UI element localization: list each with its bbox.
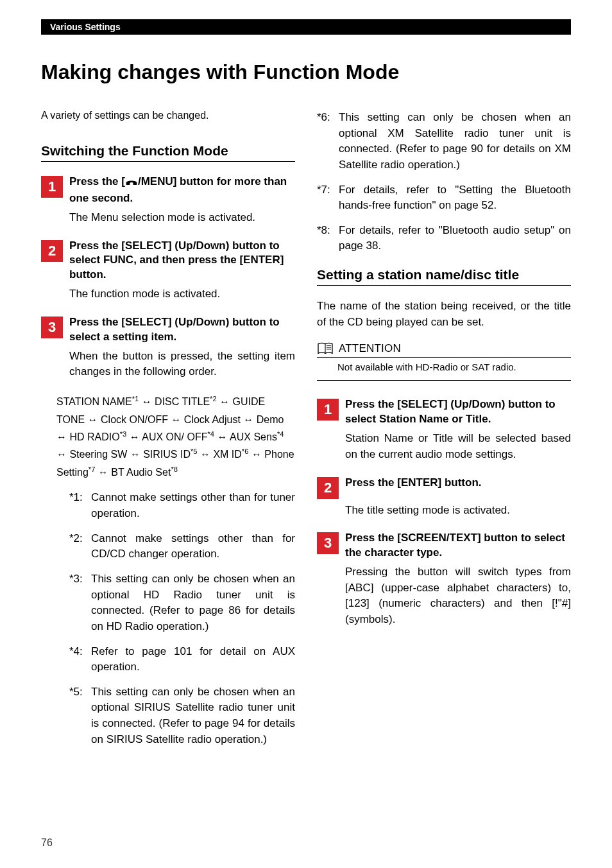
step-number: 1 xyxy=(317,399,339,421)
phone-icon xyxy=(125,177,138,191)
step-3-right: 3 Press the [SCREEN/TEXT] button to sele… xyxy=(317,531,571,560)
setting-sequence: STATION NAME*1 ↔ DISC TITLE*2 ↔ GUIDE TO… xyxy=(56,393,295,481)
step-3: 3 Press the [SELECT] (Up/Down) button to… xyxy=(41,315,295,345)
footnote-1: *1: Cannot make settings other than for … xyxy=(69,490,295,521)
seq-text: ↔ BT Audio Set xyxy=(95,467,171,478)
footnotes-right: *6: This setting can only be chosen when… xyxy=(317,110,571,254)
step-body: The function mode is activated. xyxy=(69,286,295,302)
seq-sup: *7 xyxy=(89,465,96,473)
seq-sup: *1 xyxy=(132,395,139,403)
seq-text: ↔ DISC TITLE xyxy=(139,396,210,407)
step-body: When the button is pressed, the setting … xyxy=(69,349,295,380)
step-title: Press the [ENTER] button. xyxy=(345,476,482,490)
step-body: Pressing the button will switch types fr… xyxy=(345,564,571,628)
left-column: A variety of settings can be changed. Sw… xyxy=(41,110,295,756)
attention-label: ATTENTION xyxy=(339,342,401,355)
footnote-label: *6: xyxy=(317,110,339,173)
step-body: Station Name or Title will be selected b… xyxy=(345,431,571,462)
footnote-text: Cannot make settings other than for CD/C… xyxy=(91,531,295,562)
footnote-8: *8: For details, refer to "Bluetooth aud… xyxy=(317,223,571,254)
seq-sup: *6 xyxy=(242,447,249,455)
seq-sup: *4 xyxy=(207,430,214,438)
intro-text: A variety of settings can be changed. xyxy=(41,110,295,121)
step-body: The Menu selection mode is activated. xyxy=(69,210,295,226)
footnote-5: *5: This setting can only be chosen when… xyxy=(69,684,295,748)
footnote-text: This setting can only be chosen when an … xyxy=(91,684,295,748)
seq-text: ↔ Steering SW ↔ SIRIUS ID xyxy=(56,449,191,460)
footnote-text: For details, refer to "Setting the Bluet… xyxy=(339,182,571,214)
step-title: Press the [SCREEN/TEXT] button to select… xyxy=(345,531,571,560)
page-number: 76 xyxy=(41,837,53,849)
footnote-label: *5: xyxy=(69,684,91,748)
seq-sup: *2 xyxy=(210,395,217,403)
attention-divider xyxy=(317,380,571,381)
step-title-pre: Press the [ xyxy=(69,175,125,187)
section-heading-station: Setting a station name/disc title xyxy=(317,267,571,282)
section-underline xyxy=(41,161,295,162)
footnote-text: For details, refer to "Bluetooth audio s… xyxy=(339,223,571,254)
footnote-3: *3: This setting can only be chosen when… xyxy=(69,571,295,635)
step-number: 2 xyxy=(41,240,63,262)
footnote-text: This setting can only be chosen when an … xyxy=(91,571,295,635)
footnote-label: *8: xyxy=(317,223,339,254)
step-2: 2 Press the [SELECT] (Up/Down) button to… xyxy=(41,239,295,283)
step-title: Press the [SELECT] (Up/Down) button to s… xyxy=(345,397,571,427)
section-header: Various Settings xyxy=(41,19,571,35)
footnote-label: *7: xyxy=(317,182,339,214)
step-1: 1 Press the [/MENU] button for more than… xyxy=(41,175,295,206)
step-number: 3 xyxy=(317,532,339,554)
step-title: Press the [/MENU] button for more than o… xyxy=(69,175,295,206)
step-title: Press the [SELECT] (Up/Down) button to s… xyxy=(69,239,295,283)
section-intro: The name of the station being received, … xyxy=(317,299,571,330)
seq-sup: *5 xyxy=(191,447,198,455)
step-2-right: 2 Press the [ENTER] button. xyxy=(317,476,571,499)
footnote-7: *7: For details, refer to "Setting the B… xyxy=(317,182,571,214)
step-number: 3 xyxy=(41,317,63,338)
footnotes-left: *1: Cannot make settings other than for … xyxy=(69,490,295,747)
seq-sup: *4 xyxy=(277,430,284,438)
footnote-2: *2: Cannot make settings other than for … xyxy=(69,531,295,562)
footnote-label: *2: xyxy=(69,531,91,562)
footnote-label: *4: xyxy=(69,644,91,675)
step-1-right: 1 Press the [SELECT] (Up/Down) button to… xyxy=(317,397,571,427)
attention-header: ATTENTION xyxy=(317,342,571,358)
seq-text: ↔ AUX ON/ OFF xyxy=(126,431,207,442)
step-number: 1 xyxy=(41,176,63,198)
content-columns: A variety of settings can be changed. Sw… xyxy=(41,110,571,756)
step-title: Press the [SELECT] (Up/Down) button to s… xyxy=(69,315,295,345)
footnote-label: *3: xyxy=(69,571,91,635)
page-title: Making changes with Function Mode xyxy=(41,60,571,84)
step-number: 2 xyxy=(317,477,339,499)
breadcrumb: Various Settings xyxy=(50,22,121,32)
footnote-6: *6: This setting can only be chosen when… xyxy=(317,110,571,173)
footnote-label: *1: xyxy=(69,490,91,521)
right-column: *6: This setting can only be chosen when… xyxy=(317,110,571,756)
footnote-4: *4: Refer to page 101 for detail on AUX … xyxy=(69,644,295,675)
book-icon xyxy=(317,342,334,356)
step-body: The title setting mode is activated. xyxy=(345,503,571,519)
section-heading-switching: Switching the Function Mode xyxy=(41,143,295,159)
footnote-text: Refer to page 101 for detail on AUX oper… xyxy=(91,644,295,675)
seq-sup: *8 xyxy=(171,465,178,473)
seq-sup: *3 xyxy=(120,430,127,438)
attention-body: Not available with HD-Radio or SAT radio… xyxy=(337,361,571,372)
seq-text: STATION NAME xyxy=(56,396,132,407)
seq-text: ↔ AUX Sens xyxy=(214,431,277,442)
footnote-text: Cannot make settings other than for tune… xyxy=(91,490,295,521)
footnote-text: This setting can only be chosen when an … xyxy=(339,110,571,173)
seq-text: ↔ XM ID xyxy=(198,449,242,460)
section-underline xyxy=(317,285,571,286)
